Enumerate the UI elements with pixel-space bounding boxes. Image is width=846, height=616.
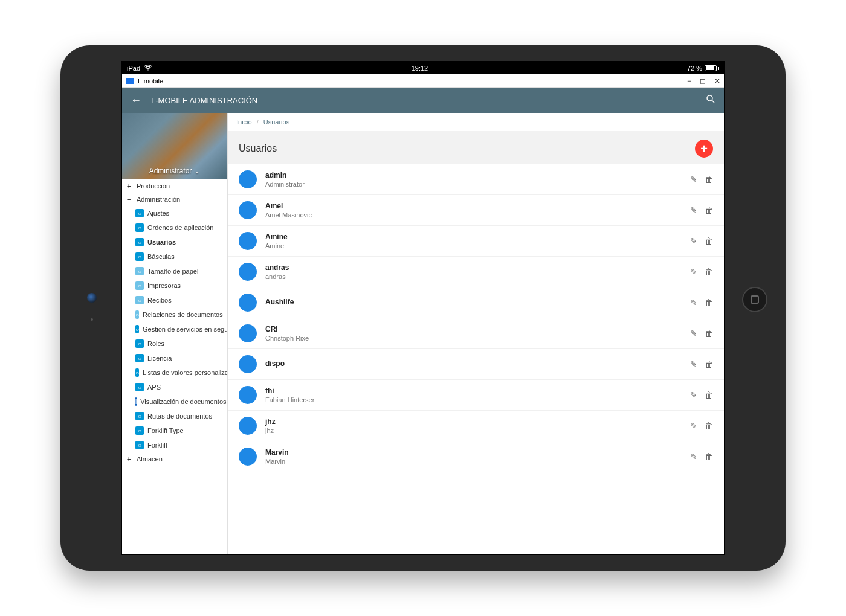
sidebar-item[interactable]: ○Roles: [122, 336, 227, 351]
delete-icon[interactable]: 🗑: [705, 452, 713, 461]
wifi-icon: [144, 65, 152, 72]
delete-icon[interactable]: 🗑: [705, 329, 713, 338]
home-button[interactable]: [742, 287, 767, 312]
row-actions: ✎🗑: [690, 175, 713, 184]
node-icon: ○: [135, 354, 144, 362]
sidebar-item[interactable]: ○Impresoras: [122, 278, 227, 293]
sidebar-section-label: Almacén: [137, 455, 163, 463]
sidebar-item[interactable]: ○Ordenes de aplicación: [122, 220, 227, 235]
row-actions: ✎🗑: [690, 359, 713, 369]
delete-icon[interactable]: 🗑: [705, 267, 713, 277]
user-row[interactable]: andrasandras✎🗑: [228, 257, 724, 287]
user-row[interactable]: MarvinMarvin✎🗑: [228, 441, 724, 472]
sidebar-item[interactable]: ○Rutas de documentos: [122, 409, 227, 423]
breadcrumb-home[interactable]: Inicio: [236, 118, 252, 126]
user-name: dispo: [265, 359, 690, 368]
user-name: Aushilfe: [265, 298, 690, 306]
user-row[interactable]: fhiFabian Hinterser✎🗑: [228, 380, 724, 411]
edit-icon[interactable]: ✎: [690, 452, 697, 461]
edit-icon[interactable]: ✎: [690, 390, 697, 400]
sidebar-section[interactable]: +Almacén: [122, 452, 227, 466]
user-row[interactable]: CRIChristoph Rixe✎🗑: [228, 318, 724, 349]
delete-icon[interactable]: 🗑: [705, 175, 713, 184]
sidebar-item[interactable]: ○Licencia: [122, 351, 227, 365]
node-icon: ○: [135, 267, 144, 275]
edit-icon[interactable]: ✎: [690, 359, 697, 369]
device-camera: [87, 293, 97, 303]
minimize-button[interactable]: −: [687, 77, 691, 85]
sidebar-item[interactable]: ○Forklift Type: [122, 423, 227, 438]
avatar: [239, 386, 257, 404]
edit-icon[interactable]: ✎: [690, 298, 697, 307]
user-name: CRI: [265, 325, 690, 333]
delete-icon[interactable]: 🗑: [705, 205, 713, 215]
delete-icon[interactable]: 🗑: [705, 359, 713, 369]
sidebar-item[interactable]: ○Forklift: [122, 438, 227, 452]
sidebar-item-label: Usuarios: [147, 239, 176, 246]
sidebar-item[interactable]: ○Recibos: [122, 293, 227, 307]
delete-icon[interactable]: 🗑: [705, 298, 713, 307]
delete-icon[interactable]: 🗑: [705, 421, 713, 431]
edit-icon[interactable]: ✎: [690, 267, 697, 277]
row-actions: ✎🗑: [690, 421, 713, 431]
user-row[interactable]: AmelAmel Masinovic✎🗑: [228, 195, 724, 226]
edit-icon[interactable]: ✎: [690, 421, 697, 431]
sidebar-item[interactable]: ○Ajustes: [122, 206, 227, 220]
node-icon: i: [135, 397, 137, 406]
edit-icon[interactable]: ✎: [690, 236, 697, 246]
node-icon: ○: [135, 310, 139, 319]
close-button[interactable]: ✕: [714, 77, 720, 85]
delete-icon[interactable]: 🗑: [705, 390, 713, 400]
expand-icon: +: [127, 182, 133, 190]
sidebar-item[interactable]: ○APS: [122, 380, 227, 394]
user-text: Aushilfe: [265, 298, 690, 307]
content-scroll[interactable]: Usuarios + adminAdministrator✎🗑AmelAmel …: [228, 131, 724, 554]
screen: iPad 19:12 72 % L-mobile − ◻: [121, 61, 725, 555]
role-dropdown[interactable]: Administrator ⌄: [149, 167, 201, 175]
expand-icon: +: [127, 455, 133, 463]
ios-status-bar: iPad 19:12 72 %: [122, 62, 724, 74]
sidebar-item-label: Listas de valores personalizadas: [143, 369, 227, 376]
page-title-row: Usuarios +: [228, 131, 724, 164]
user-subtitle: Amel Masinovic: [265, 211, 690, 219]
node-icon: ○: [135, 441, 144, 449]
edit-icon[interactable]: ✎: [690, 205, 697, 215]
collapse-icon: −: [127, 196, 133, 203]
sidebar-section[interactable]: −Administración: [122, 193, 227, 206]
node-icon: ○: [135, 325, 139, 333]
sidebar-item[interactable]: iVisualización de documentos: [122, 394, 227, 409]
row-actions: ✎🗑: [690, 267, 713, 277]
node-icon: ○: [135, 281, 144, 290]
sidebar-item[interactable]: ○Listas de valores personalizadas: [122, 365, 227, 380]
user-row[interactable]: AmineAmine✎🗑: [228, 226, 724, 257]
sidebar-section[interactable]: +Producción: [122, 179, 227, 193]
search-icon[interactable]: [706, 94, 715, 106]
user-row[interactable]: jhzjhz✎🗑: [228, 411, 724, 441]
avatar: [239, 355, 257, 373]
user-subtitle: Marvin: [265, 458, 690, 465]
edit-icon[interactable]: ✎: [690, 329, 697, 338]
device-sensor: [91, 318, 93, 321]
sidebar-item-label: Forklift: [147, 441, 167, 449]
delete-icon[interactable]: 🗑: [705, 236, 713, 246]
sidebar-item[interactable]: ○Gestión de servicios en segundo p: [122, 322, 227, 336]
user-subtitle: Fabian Hinterser: [265, 396, 690, 403]
edit-icon[interactable]: ✎: [690, 175, 697, 184]
add-user-button[interactable]: +: [695, 140, 713, 158]
user-name: fhi: [265, 387, 690, 395]
user-row[interactable]: dispo✎🗑: [228, 349, 724, 380]
sidebar-item-label: Tamaño de papel: [147, 268, 198, 275]
user-row[interactable]: Aushilfe✎🗑: [228, 287, 724, 318]
sidebar-item[interactable]: ○Tamaño de papel: [122, 264, 227, 278]
sidebar-item[interactable]: ○Usuarios: [122, 235, 227, 249]
maximize-button[interactable]: ◻: [700, 77, 706, 85]
sidebar-item[interactable]: ○Básculas: [122, 249, 227, 264]
user-text: andrasandras: [265, 263, 690, 280]
sidebar-item[interactable]: ○Relaciones de documentos: [122, 307, 227, 322]
back-button[interactable]: ←: [131, 94, 141, 107]
battery-percent: 72 %: [687, 65, 702, 72]
breadcrumb-current: Usuarios: [263, 118, 289, 126]
user-subtitle: Christoph Rixe: [265, 335, 690, 342]
node-icon: ○: [135, 339, 144, 348]
user-row[interactable]: adminAdministrator✎🗑: [228, 164, 724, 195]
